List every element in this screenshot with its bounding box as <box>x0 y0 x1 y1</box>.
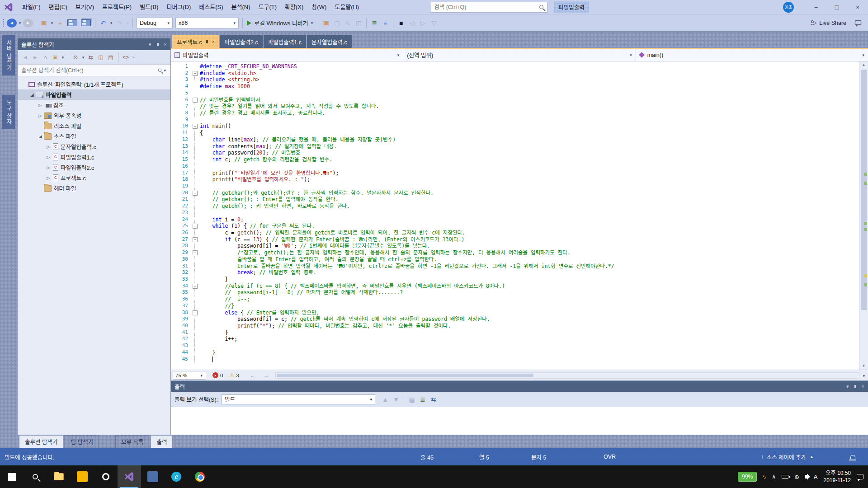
pin-icon[interactable] <box>157 43 159 46</box>
pin-icon[interactable] <box>206 40 208 43</box>
search-input[interactable] <box>434 4 539 10</box>
notifications-button[interactable] <box>850 448 855 465</box>
fold-collapse-icon[interactable] <box>192 236 200 243</box>
se-refresh-icon[interactable]: ⇆ <box>86 52 95 63</box>
internet-explorer-icon[interactable]: e <box>165 465 188 488</box>
collapsed-chevron-icon[interactable]: ▷ <box>37 113 44 118</box>
menu-item-6[interactable]: 테스트(S) <box>195 0 227 14</box>
pin-icon[interactable] <box>854 385 856 388</box>
collapsed-chevron-icon[interactable]: ▷ <box>45 165 52 170</box>
tree-item[interactable]: ▷파일입출력2.c <box>18 162 170 173</box>
add-item-icon[interactable]: + <box>55 18 65 28</box>
step-out-icon[interactable]: ▽ <box>429 18 439 28</box>
dropdown-caret-icon[interactable]: ▾ <box>125 18 130 28</box>
step-over-icon[interactable]: ▷ <box>418 18 428 28</box>
error-indicator-icon[interactable]: × <box>212 372 218 378</box>
collapsed-chevron-icon[interactable]: ▷ <box>45 176 52 180</box>
tree-item[interactable]: 리소스 파일 <box>18 121 170 131</box>
status-overtype-mode[interactable]: OVR <box>604 448 616 465</box>
output-title-bar[interactable]: 출력 ▾ × <box>171 381 868 392</box>
battery-icon[interactable] <box>782 475 788 479</box>
tree-item[interactable]: ◢소스 파일 <box>18 131 170 141</box>
live-share-label[interactable]: Live Share <box>819 20 846 26</box>
zoom-level-dropdown[interactable]: 75 %▾ <box>173 371 206 380</box>
se-collapse-icon[interactable]: ◫ <box>96 52 105 63</box>
tree-item[interactable]: 헤더 파일 <box>18 183 170 193</box>
menu-item-2[interactable]: 보기(V) <box>71 0 98 14</box>
battery-percent-badge[interactable]: 99% <box>738 472 757 482</box>
maximize-button[interactable]: □ <box>826 0 847 14</box>
collapsed-chevron-icon[interactable]: ▷ <box>37 103 44 108</box>
find-in-files-icon[interactable]: ▣ <box>321 18 331 28</box>
output-source-dropdown[interactable]: 빌드▾ <box>222 394 375 404</box>
window-position-icon[interactable]: ▾ <box>846 384 849 389</box>
chrome-icon[interactable] <box>188 465 212 488</box>
solution-configuration-dropdown[interactable]: Debug▾ <box>137 18 173 28</box>
sidebar-tab-server-explorer[interactable]: 서버 탐색기 <box>2 35 15 75</box>
navigate-back-icon[interactable]: ← <box>250 372 256 379</box>
document-tab[interactable]: 파일입출력1.c <box>264 35 306 48</box>
speaker-icon[interactable] <box>805 475 808 479</box>
document-tab[interactable]: 문자열입출력.c <box>307 35 352 48</box>
se-caret-icon[interactable]: ▾ <box>81 52 85 63</box>
tool-tab-솔루션 탐색기[interactable]: 솔루션 탐색기 <box>19 435 63 448</box>
menu-item-9[interactable]: 확장(X) <box>281 0 307 14</box>
solution-platform-dropdown[interactable]: x86▾ <box>175 18 239 28</box>
fold-collapse-icon[interactable] <box>192 223 200 230</box>
project-dropdown[interactable]: 파일입출력▾ <box>171 49 403 61</box>
start-debugging-button[interactable]: 로컬 Windows 디버거 ▾ <box>247 19 314 27</box>
indent-icon[interactable]: ≣ <box>369 18 379 28</box>
editor-vertical-scrollbar[interactable]: ▲ ▼ <box>859 61 868 370</box>
tree-item[interactable]: ▷참조 <box>18 100 170 110</box>
menu-item-10[interactable]: 창(W) <box>307 0 330 14</box>
status-column[interactable]: 열 5 <box>479 448 489 465</box>
selection-icon[interactable]: ▢ <box>332 18 342 28</box>
se-home-icon[interactable]: ⌂ <box>41 52 50 63</box>
network-icon[interactable]: ⊕ <box>794 474 799 480</box>
document-tab[interactable]: 파일입출력2.c <box>220 35 263 48</box>
dropdown-caret-icon[interactable]: ▾ <box>18 18 22 28</box>
menu-item-11[interactable]: 도움말(H) <box>330 0 363 14</box>
dropdown-caret-icon[interactable]: ▾ <box>50 18 54 28</box>
solution-search-input[interactable] <box>21 67 158 74</box>
se-pending-icon[interactable]: ⊙ <box>71 52 80 63</box>
document-tab[interactable]: 프로젝트.c× <box>172 35 219 48</box>
feedback-icon[interactable] <box>854 19 862 27</box>
tree-item[interactable]: ◢파일입출력 <box>18 89 170 100</box>
save-icon[interactable] <box>67 19 77 26</box>
expanded-chevron-icon[interactable]: ◢ <box>28 93 36 97</box>
se-properties-icon[interactable]: ▤ <box>106 52 115 63</box>
tool-tab-오류 목록[interactable]: 오류 목록 <box>115 435 149 448</box>
se-back-icon[interactable]: ◄ <box>21 52 30 63</box>
se-view-code-icon[interactable]: <> <box>121 52 130 63</box>
code-editor[interactable]: 1#define _CRT_SECURE_NO_WARNINGS2#includ… <box>171 61 868 370</box>
sidebar-tab-toolbox[interactable]: 도구 상자 <box>2 95 15 129</box>
out-clear-all-icon[interactable]: ≣ <box>418 394 428 405</box>
member-dropdown[interactable]: main()▾ <box>636 49 868 61</box>
window-position-icon[interactable]: ▾ <box>149 42 151 47</box>
tool-tab-팀 탐색기[interactable]: 팀 탐색기 <box>65 435 99 448</box>
attach-icon[interactable]: ■ <box>396 18 406 28</box>
out-prev-message-icon[interactable]: ▲ <box>380 394 390 405</box>
warning-indicator-icon[interactable]: ⚠ <box>229 372 234 379</box>
warning-count[interactable]: 3 <box>236 373 239 378</box>
menu-item-5[interactable]: 디버그(D) <box>162 0 195 14</box>
tree-item[interactable]: 솔루션 '파일입출력' (1/1개 프로젝트) <box>18 79 170 89</box>
fold-collapse-icon[interactable] <box>192 190 200 197</box>
se-forward-icon[interactable]: ► <box>31 52 40 63</box>
out-word-wrap-icon[interactable]: ⇆ <box>429 394 439 405</box>
close-icon[interactable]: × <box>862 384 864 389</box>
menu-item-3[interactable]: 프로젝트(P) <box>98 0 136 14</box>
app-blue-icon[interactable] <box>141 465 165 488</box>
error-count[interactable]: 0 <box>220 373 223 378</box>
tree-item[interactable]: ▷프로젝트.c <box>18 173 170 183</box>
app-round-icon[interactable] <box>94 465 118 488</box>
add-to-source-control-button[interactable]: ↑ 소스 제어에 추가 ▲ <box>761 448 814 465</box>
close-button[interactable]: × <box>847 0 868 14</box>
solution-name-chip[interactable]: 파일입출력 <box>554 1 589 13</box>
fold-collapse-icon[interactable] <box>192 70 200 77</box>
search-options-caret-icon[interactable]: ▾ <box>164 68 166 73</box>
close-icon[interactable]: × <box>164 42 167 47</box>
out-next-message-icon[interactable]: ▼ <box>391 394 401 405</box>
dropdown-caret-icon[interactable]: ▾ <box>109 18 113 28</box>
